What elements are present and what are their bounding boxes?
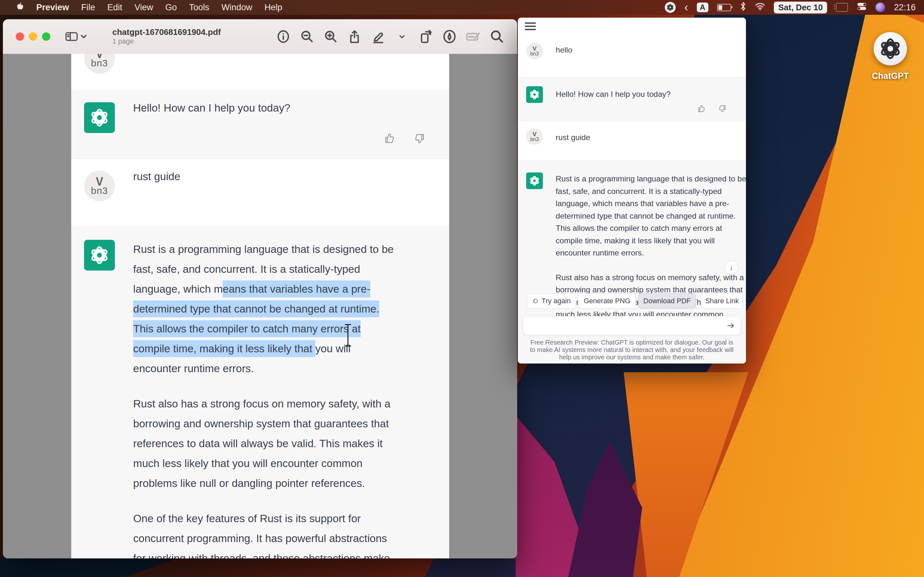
- pdf-row-user-hello: Vbn3: [71, 54, 449, 90]
- chatgpt-avatar: [526, 86, 543, 103]
- document-title: chatgpt-1670681691904.pdf: [112, 27, 221, 37]
- sidebar-chevron-icon[interactable]: [76, 29, 91, 44]
- battery-icon[interactable]: [717, 4, 731, 11]
- user-avatar: Vbn3: [84, 54, 115, 74]
- zoom-in-icon[interactable]: [323, 29, 338, 44]
- export-header: [518, 18, 746, 36]
- thumbs-down-icon[interactable]: [413, 132, 425, 146]
- user-prompt-text: rust guide: [556, 132, 590, 143]
- chatgpt-desktop-icon[interactable]: ChatGPT: [871, 32, 910, 81]
- free-research-preview-note: Free Research Preview: ChatGPT is optimi…: [529, 339, 734, 361]
- minimize-button[interactable]: [29, 32, 37, 41]
- highlighter-chevron-icon[interactable]: [395, 29, 409, 44]
- menu-view[interactable]: View: [128, 3, 159, 13]
- highlighter-icon[interactable]: [371, 29, 386, 44]
- assistant-greeting-text: Hello! How can I help you today?: [133, 100, 290, 116]
- pdf-row-assistant-rust: Rust is a programming language that is d…: [71, 226, 449, 558]
- search-icon[interactable]: [489, 29, 504, 44]
- markup-icon[interactable]: [442, 29, 457, 44]
- chatgpt-avatar: [526, 172, 543, 189]
- text-selection: eans that variables have a pre-: [223, 280, 370, 298]
- pdf-row-assistant-greeting: Hello! How can I help you today?: [71, 90, 449, 159]
- chatgpt-avatar: [84, 102, 115, 133]
- preview-titlebar[interactable]: chatgpt-1670681691904.pdf 1 page: [3, 19, 517, 54]
- export-actions: Try again Generate PNG Download PDF Shar…: [518, 293, 746, 309]
- user-avatar: Vbn3: [84, 171, 115, 201]
- close-button[interactable]: [16, 32, 24, 41]
- user-avatar: Vbn3: [526, 43, 543, 59]
- generate-png-button[interactable]: Generate PNG: [578, 293, 636, 309]
- export-row-user-hello: Vbn3 hello: [518, 35, 746, 77]
- zoom-button[interactable]: [42, 32, 50, 41]
- page-count: 1 page: [112, 37, 221, 45]
- download-pdf-button[interactable]: Download PDF: [638, 293, 696, 309]
- thumbs-up-icon[interactable]: [384, 132, 396, 146]
- rotate-icon[interactable]: [418, 29, 433, 44]
- assistant-greeting-text: Hello! How can I help you today?: [556, 89, 670, 100]
- text-selection: This allows the compiler to catch many e…: [133, 320, 360, 337]
- export-row-assistant-greeting: Hello! How can I help you today?: [518, 77, 746, 122]
- zoom-out-icon[interactable]: [300, 29, 314, 44]
- thumbs-down-icon[interactable]: [718, 104, 727, 114]
- chatgpt-status-icon[interactable]: [665, 2, 676, 13]
- menu-bar: Preview File Edit View Go Tools Window H…: [0, 0, 924, 15]
- screen-mirroring-icon[interactable]: [836, 3, 848, 12]
- thumbs-up-icon[interactable]: [697, 104, 706, 114]
- hamburger-menu-icon[interactable]: [525, 23, 536, 32]
- try-again-button[interactable]: Try again: [527, 293, 576, 309]
- menu-file[interactable]: File: [75, 3, 102, 13]
- menu-clock: 22:16: [894, 3, 916, 13]
- menu-app-preview[interactable]: Preview: [30, 3, 75, 13]
- chatgpt-logo-icon: [874, 32, 907, 65]
- form-fill-icon[interactable]: [466, 29, 481, 44]
- send-icon[interactable]: [727, 322, 735, 331]
- apple-menu-icon[interactable]: [10, 2, 30, 13]
- input-source-icon[interactable]: A: [697, 3, 708, 12]
- user-avatar: Vbn3: [526, 128, 543, 145]
- user-prompt-text: rust guide: [133, 169, 180, 184]
- share-link-button[interactable]: Share Link: [701, 293, 743, 309]
- menu-date[interactable]: Sat, Dec 10: [774, 2, 827, 13]
- pdf-viewport[interactable]: Vbn3 Hello! How can I help you today?: [3, 54, 517, 558]
- preview-window: chatgpt-1670681691904.pdf 1 page: [3, 19, 517, 558]
- user-prompt-text: hello: [556, 45, 572, 55]
- chatgpt-icon-label: ChatGPT: [871, 71, 910, 81]
- text-cursor: [344, 323, 351, 348]
- text-selection: determined type that cannot be changed a…: [133, 300, 379, 318]
- bluetooth-icon[interactable]: [740, 2, 746, 13]
- chatgpt-avatar: [84, 240, 115, 271]
- text-selection: compile time, making it less likely that: [133, 340, 315, 357]
- info-icon[interactable]: [276, 29, 291, 44]
- back-chevron-icon[interactable]: ‹: [684, 3, 688, 12]
- menu-edit[interactable]: Edit: [102, 3, 129, 13]
- menu-go[interactable]: Go: [159, 3, 183, 13]
- menu-tools[interactable]: Tools: [183, 3, 215, 13]
- export-row-user-rust-guide: Vbn3 rust guide: [518, 122, 746, 160]
- siri-icon[interactable]: [876, 3, 885, 12]
- assistant-rust-answer: Rust is a programming language that is d…: [133, 239, 394, 558]
- message-input[interactable]: [523, 316, 741, 335]
- pdf-page[interactable]: Vbn3 Hello! How can I help you today?: [71, 54, 449, 558]
- scroll-to-bottom-button[interactable]: ↓: [725, 261, 738, 274]
- menu-help[interactable]: Help: [258, 3, 288, 13]
- chatgpt-export-window: Vbn3 hello Hello! How can I help you tod…: [518, 18, 746, 364]
- control-center-icon[interactable]: [857, 2, 867, 13]
- desktop: ChatGPT Preview File Edit View Go Tools …: [0, 0, 924, 577]
- share-icon[interactable]: [347, 29, 362, 44]
- pdf-row-user-rust-guide: Vbn3 rust guide: [71, 159, 449, 226]
- wifi-icon[interactable]: [755, 2, 765, 13]
- menu-window[interactable]: Window: [215, 3, 258, 13]
